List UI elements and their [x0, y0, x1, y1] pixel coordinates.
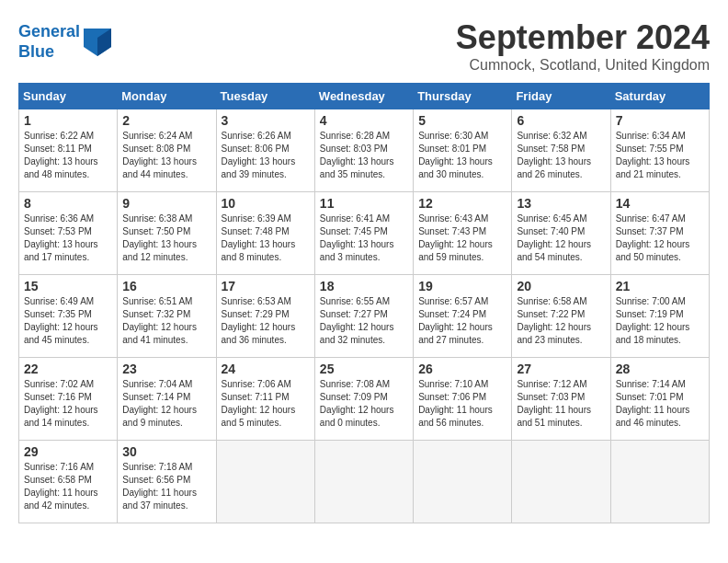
- day-number: 18: [320, 279, 408, 293]
- calendar-day: 15Sunrise: 6:49 AM Sunset: 7:35 PM Dayli…: [19, 275, 118, 358]
- day-info: Sunrise: 6:41 AM Sunset: 7:45 PM Dayligh…: [320, 213, 408, 264]
- calendar-day: 6Sunrise: 6:32 AM Sunset: 7:58 PM Daylig…: [512, 109, 610, 192]
- weekday-header: Wednesday: [314, 84, 413, 109]
- day-number: 2: [122, 113, 210, 128]
- day-info: Sunrise: 6:45 AM Sunset: 7:40 PM Dayligh…: [517, 213, 605, 264]
- calendar-day: 19Sunrise: 6:57 AM Sunset: 7:24 PM Dayli…: [414, 275, 512, 358]
- weekday-header: Friday: [512, 84, 610, 109]
- empty-cell: [314, 441, 413, 523]
- weekday-header: Thursday: [414, 84, 512, 109]
- day-number: 17: [222, 279, 310, 293]
- calendar-day: 4Sunrise: 6:28 AM Sunset: 8:03 PM Daylig…: [314, 109, 413, 192]
- day-info: Sunrise: 7:12 AM Sunset: 7:03 PM Dayligh…: [517, 378, 605, 430]
- day-number: 11: [320, 196, 408, 211]
- day-number: 28: [616, 362, 704, 376]
- calendar-day: 11Sunrise: 6:41 AM Sunset: 7:45 PM Dayli…: [314, 192, 413, 275]
- empty-cell: [610, 441, 709, 523]
- calendar-day: 25Sunrise: 7:08 AM Sunset: 7:09 PM Dayli…: [314, 358, 413, 441]
- day-number: 26: [418, 362, 506, 376]
- day-info: Sunrise: 6:36 AM Sunset: 7:53 PM Dayligh…: [24, 213, 112, 264]
- day-info: Sunrise: 6:58 AM Sunset: 7:22 PM Dayligh…: [517, 295, 605, 347]
- calendar-day: 29Sunrise: 7:16 AM Sunset: 6:58 PM Dayli…: [19, 441, 118, 523]
- calendar-day: 23Sunrise: 7:04 AM Sunset: 7:14 PM Dayli…: [118, 358, 216, 441]
- day-info: Sunrise: 6:28 AM Sunset: 8:03 PM Dayligh…: [320, 130, 408, 181]
- calendar-day: 10Sunrise: 6:39 AM Sunset: 7:48 PM Dayli…: [216, 192, 314, 275]
- day-info: Sunrise: 7:02 AM Sunset: 7:16 PM Dayligh…: [24, 378, 112, 430]
- day-number: 19: [418, 279, 506, 293]
- day-number: 12: [418, 196, 506, 211]
- day-info: Sunrise: 6:39 AM Sunset: 7:48 PM Dayligh…: [222, 213, 310, 264]
- day-info: Sunrise: 6:49 AM Sunset: 7:35 PM Dayligh…: [24, 295, 112, 347]
- day-info: Sunrise: 7:08 AM Sunset: 7:09 PM Dayligh…: [320, 378, 408, 430]
- calendar-day: 8Sunrise: 6:36 AM Sunset: 7:53 PM Daylig…: [19, 192, 118, 275]
- calendar-day: 14Sunrise: 6:47 AM Sunset: 7:37 PM Dayli…: [610, 192, 709, 275]
- calendar-day: 3Sunrise: 6:26 AM Sunset: 8:06 PM Daylig…: [216, 109, 314, 192]
- calendar-day: 27Sunrise: 7:12 AM Sunset: 7:03 PM Dayli…: [512, 358, 610, 441]
- weekday-header: Monday: [118, 84, 216, 109]
- day-number: 6: [517, 113, 605, 128]
- day-info: Sunrise: 6:55 AM Sunset: 7:27 PM Dayligh…: [320, 295, 408, 347]
- day-number: 16: [122, 279, 210, 293]
- day-number: 14: [616, 196, 704, 211]
- calendar-day: 5Sunrise: 6:30 AM Sunset: 8:01 PM Daylig…: [414, 109, 512, 192]
- day-number: 21: [616, 279, 704, 293]
- calendar-day: 24Sunrise: 7:06 AM Sunset: 7:11 PM Dayli…: [216, 358, 314, 441]
- day-number: 22: [24, 362, 112, 376]
- calendar-day: 21Sunrise: 7:00 AM Sunset: 7:19 PM Dayli…: [610, 275, 709, 358]
- day-number: 10: [222, 196, 310, 211]
- day-info: Sunrise: 6:24 AM Sunset: 8:08 PM Dayligh…: [122, 130, 210, 181]
- day-number: 5: [418, 113, 506, 128]
- calendar-day: 26Sunrise: 7:10 AM Sunset: 7:06 PM Dayli…: [414, 358, 512, 441]
- empty-cell: [414, 441, 512, 523]
- day-number: 20: [517, 279, 605, 293]
- month-title: September 2024: [456, 18, 710, 57]
- calendar-day: 20Sunrise: 6:58 AM Sunset: 7:22 PM Dayli…: [512, 275, 610, 358]
- day-info: Sunrise: 7:00 AM Sunset: 7:19 PM Dayligh…: [616, 295, 704, 347]
- weekday-header: Sunday: [19, 84, 118, 109]
- calendar-table: SundayMondayTuesdayWednesdayThursdayFrid…: [18, 83, 710, 523]
- day-number: 4: [320, 113, 408, 128]
- day-number: 30: [122, 444, 210, 459]
- day-info: Sunrise: 6:43 AM Sunset: 7:43 PM Dayligh…: [418, 213, 506, 264]
- day-info: Sunrise: 7:14 AM Sunset: 7:01 PM Dayligh…: [616, 378, 704, 430]
- calendar-day: 22Sunrise: 7:02 AM Sunset: 7:16 PM Dayli…: [19, 358, 118, 441]
- day-info: Sunrise: 6:57 AM Sunset: 7:24 PM Dayligh…: [418, 295, 506, 347]
- calendar-day: 17Sunrise: 6:53 AM Sunset: 7:29 PM Dayli…: [216, 275, 314, 358]
- calendar-day: 1Sunrise: 6:22 AM Sunset: 8:11 PM Daylig…: [19, 109, 118, 192]
- calendar-day: 18Sunrise: 6:55 AM Sunset: 7:27 PM Dayli…: [314, 275, 413, 358]
- day-number: 8: [24, 196, 112, 211]
- logo-icon: [84, 29, 111, 56]
- day-number: 29: [24, 444, 112, 459]
- day-number: 24: [222, 362, 310, 376]
- day-number: 7: [616, 113, 704, 128]
- day-info: Sunrise: 6:32 AM Sunset: 7:58 PM Dayligh…: [517, 130, 605, 181]
- calendar-day: 16Sunrise: 6:51 AM Sunset: 7:32 PM Dayli…: [118, 275, 216, 358]
- calendar-day: 2Sunrise: 6:24 AM Sunset: 8:08 PM Daylig…: [118, 109, 216, 192]
- day-number: 3: [222, 113, 310, 128]
- title-block: September 2024 Cumnock, Scotland, United…: [456, 18, 710, 74]
- empty-cell: [512, 441, 610, 523]
- day-number: 1: [24, 113, 112, 128]
- day-number: 9: [122, 196, 210, 211]
- day-info: Sunrise: 7:04 AM Sunset: 7:14 PM Dayligh…: [122, 378, 210, 430]
- day-info: Sunrise: 7:18 AM Sunset: 6:56 PM Dayligh…: [122, 461, 210, 512]
- day-info: Sunrise: 6:34 AM Sunset: 7:55 PM Dayligh…: [616, 130, 704, 181]
- day-info: Sunrise: 6:30 AM Sunset: 8:01 PM Dayligh…: [418, 130, 506, 181]
- day-info: Sunrise: 7:10 AM Sunset: 7:06 PM Dayligh…: [418, 378, 506, 430]
- calendar-day: 30Sunrise: 7:18 AM Sunset: 6:56 PM Dayli…: [118, 441, 216, 523]
- day-info: Sunrise: 7:16 AM Sunset: 6:58 PM Dayligh…: [24, 461, 112, 512]
- day-info: Sunrise: 6:26 AM Sunset: 8:06 PM Dayligh…: [222, 130, 310, 181]
- calendar-day: 12Sunrise: 6:43 AM Sunset: 7:43 PM Dayli…: [414, 192, 512, 275]
- location: Cumnock, Scotland, United Kingdom: [456, 57, 710, 74]
- day-info: Sunrise: 6:51 AM Sunset: 7:32 PM Dayligh…: [122, 295, 210, 347]
- logo-text: GeneralBlue: [18, 22, 80, 62]
- weekday-header: Saturday: [610, 84, 709, 109]
- calendar-day: 9Sunrise: 6:38 AM Sunset: 7:50 PM Daylig…: [118, 192, 216, 275]
- day-info: Sunrise: 6:47 AM Sunset: 7:37 PM Dayligh…: [616, 213, 704, 264]
- day-info: Sunrise: 6:53 AM Sunset: 7:29 PM Dayligh…: [222, 295, 310, 347]
- day-number: 25: [320, 362, 408, 376]
- calendar-day: 13Sunrise: 6:45 AM Sunset: 7:40 PM Dayli…: [512, 192, 610, 275]
- day-info: Sunrise: 7:06 AM Sunset: 7:11 PM Dayligh…: [222, 378, 310, 430]
- calendar-day: 7Sunrise: 6:34 AM Sunset: 7:55 PM Daylig…: [610, 109, 709, 192]
- day-number: 27: [517, 362, 605, 376]
